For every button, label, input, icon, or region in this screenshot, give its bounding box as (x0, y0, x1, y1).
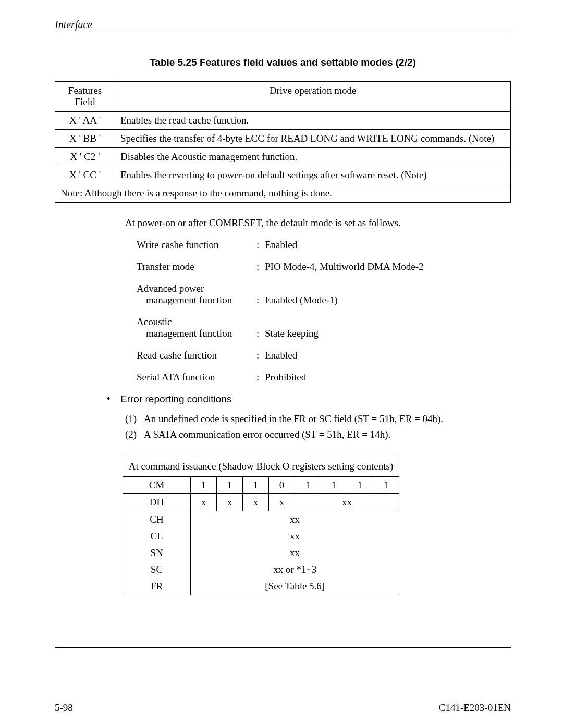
mode-value: Enabled (265, 239, 511, 251)
reg-bit: x (191, 494, 217, 511)
features-f: X ' CC ' (55, 166, 115, 184)
mode-value: Prohibited (265, 372, 511, 383)
features-table: Features Field Drive operation mode X ' … (55, 81, 511, 203)
mode-label: Advanced power (137, 283, 204, 294)
page-number: 5-98 (55, 702, 73, 713)
reg-bit: 1 (321, 477, 347, 494)
mode-label-sub: management function (137, 328, 256, 339)
reg-label: SC (123, 561, 191, 578)
error-conditions-list: (1) An undefined code is specified in th… (125, 413, 511, 440)
reg-label: DH (123, 494, 191, 511)
table-caption: Table 5.25 Features field values and set… (55, 57, 511, 68)
features-d: Enables the read cache function. (115, 112, 511, 130)
list-text: An undefined code is specified in the FR… (144, 413, 511, 425)
mode-label: Read cashe function (137, 350, 217, 361)
reg-label: CH (123, 511, 191, 528)
features-d: Disables the Acoustic management functio… (115, 148, 511, 166)
mode-value: Enabled (265, 350, 511, 361)
features-f: X ' C2 ' (55, 148, 115, 166)
mode-label: Transfer mode (137, 261, 194, 272)
reg-val: xx (295, 545, 399, 561)
features-note: Note: Although there is a response to th… (55, 184, 511, 203)
reg-val: [See Table 5.6] (191, 578, 399, 595)
features-f: X ' AA ' (55, 112, 115, 130)
reg-label: CL (123, 528, 191, 545)
reg-bit: 1 (217, 477, 243, 494)
bullet-icon: • (107, 393, 120, 405)
mode-value: PIO Mode-4, Multiworld DMA Mode-2 (265, 261, 511, 273)
mode-label: Acoustic (137, 316, 172, 327)
header-rule (55, 33, 511, 33)
mode-label: Serial ATA function (137, 372, 215, 382)
mode-value: Enabled (Mode-1) (265, 294, 511, 306)
reg-label: FR (123, 578, 191, 595)
mode-label: Write cashe function (137, 239, 219, 250)
features-f: X ' BB ' (55, 130, 115, 148)
reg-val: xx (295, 528, 399, 545)
section-header: Interface (55, 19, 511, 31)
list-text: A SATA communication error occurred (ST … (144, 429, 511, 440)
default-modes-list: Write cashe function : Enabled Transfer … (137, 239, 511, 383)
reg-bit: 1 (373, 477, 399, 494)
reg-label: CM (123, 477, 191, 494)
bullet-heading: Error reporting conditions (120, 393, 511, 405)
reg-bit: x (243, 494, 269, 511)
reg-bit: 0 (269, 477, 295, 494)
doc-id: C141-E203-01EN (439, 702, 511, 713)
list-index: (1) (125, 413, 144, 425)
reg-bit: 1 (243, 477, 269, 494)
reg-bit: xx (295, 494, 399, 511)
mode-label-sub: management function (137, 294, 256, 306)
footer-rule (55, 647, 511, 648)
features-d: Specifies the transfer of 4-byte ECC for… (115, 130, 511, 148)
features-col0: Features Field (55, 82, 115, 112)
reg-bit: x (269, 494, 295, 511)
reg-val: xx or *1~3 (191, 561, 399, 578)
list-index: (2) (125, 429, 144, 440)
reg-bit: 1 (347, 477, 373, 494)
registers-table: At command issuance (Shadow Block O regi… (123, 456, 399, 595)
reg-bit: x (217, 494, 243, 511)
features-col1: Drive operation mode (115, 82, 511, 112)
features-d: Enables the reverting to power-on defaul… (115, 166, 511, 184)
reg-label: SN (123, 545, 191, 561)
reg-bit: 1 (191, 477, 217, 494)
reg-bit: 1 (295, 477, 321, 494)
intro-paragraph: At power-on or after COMRESET, the defau… (125, 217, 511, 229)
reg-val: xx (295, 511, 399, 528)
regs-caption: At command issuance (Shadow Block O regi… (123, 456, 399, 477)
mode-value: State keeping (265, 328, 511, 339)
